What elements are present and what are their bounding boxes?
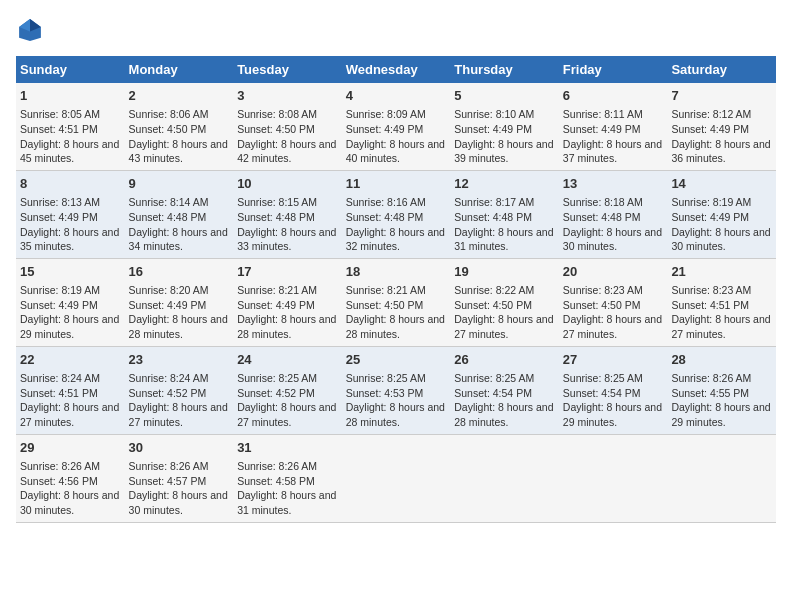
sunrise-text: Sunrise: 8:25 AM — [346, 372, 426, 384]
calendar-cell: 26Sunrise: 8:25 AMSunset: 4:54 PMDayligh… — [450, 346, 559, 434]
calendar-cell: 16Sunrise: 8:20 AMSunset: 4:49 PMDayligh… — [125, 258, 234, 346]
day-number: 22 — [20, 351, 121, 369]
sunset-text: Sunset: 4:54 PM — [454, 387, 532, 399]
day-number: 16 — [129, 263, 230, 281]
day-number: 30 — [129, 439, 230, 457]
calendar-cell — [667, 434, 776, 522]
calendar-body: 1Sunrise: 8:05 AMSunset: 4:51 PMDaylight… — [16, 83, 776, 522]
daylight-text: Daylight: 8 hours and 30 minutes. — [20, 489, 119, 516]
sunset-text: Sunset: 4:48 PM — [563, 211, 641, 223]
sunset-text: Sunset: 4:50 PM — [237, 123, 315, 135]
calendar-cell: 2Sunrise: 8:06 AMSunset: 4:50 PMDaylight… — [125, 83, 234, 170]
daylight-text: Daylight: 8 hours and 37 minutes. — [563, 138, 662, 165]
daylight-text: Daylight: 8 hours and 31 minutes. — [237, 489, 336, 516]
day-number: 28 — [671, 351, 772, 369]
sunrise-text: Sunrise: 8:19 AM — [671, 196, 751, 208]
day-number: 11 — [346, 175, 447, 193]
header-day: Tuesday — [233, 56, 342, 83]
calendar-cell: 18Sunrise: 8:21 AMSunset: 4:50 PMDayligh… — [342, 258, 451, 346]
calendar-cell: 21Sunrise: 8:23 AMSunset: 4:51 PMDayligh… — [667, 258, 776, 346]
sunrise-text: Sunrise: 8:22 AM — [454, 284, 534, 296]
calendar-cell: 3Sunrise: 8:08 AMSunset: 4:50 PMDaylight… — [233, 83, 342, 170]
header-day: Wednesday — [342, 56, 451, 83]
day-number: 5 — [454, 87, 555, 105]
sunset-text: Sunset: 4:48 PM — [129, 211, 207, 223]
calendar-cell — [450, 434, 559, 522]
sunrise-text: Sunrise: 8:24 AM — [20, 372, 100, 384]
sunrise-text: Sunrise: 8:26 AM — [20, 460, 100, 472]
calendar-cell: 24Sunrise: 8:25 AMSunset: 4:52 PMDayligh… — [233, 346, 342, 434]
daylight-text: Daylight: 8 hours and 28 minutes. — [346, 401, 445, 428]
daylight-text: Daylight: 8 hours and 27 minutes. — [129, 401, 228, 428]
sunset-text: Sunset: 4:49 PM — [346, 123, 424, 135]
sunset-text: Sunset: 4:49 PM — [563, 123, 641, 135]
day-number: 9 — [129, 175, 230, 193]
sunrise-text: Sunrise: 8:25 AM — [454, 372, 534, 384]
day-number: 20 — [563, 263, 664, 281]
calendar-cell: 1Sunrise: 8:05 AMSunset: 4:51 PMDaylight… — [16, 83, 125, 170]
calendar-cell: 23Sunrise: 8:24 AMSunset: 4:52 PMDayligh… — [125, 346, 234, 434]
sunrise-text: Sunrise: 8:26 AM — [129, 460, 209, 472]
calendar-week-row: 8Sunrise: 8:13 AMSunset: 4:49 PMDaylight… — [16, 170, 776, 258]
sunset-text: Sunset: 4:50 PM — [563, 299, 641, 311]
sunset-text: Sunset: 4:49 PM — [237, 299, 315, 311]
sunset-text: Sunset: 4:51 PM — [20, 123, 98, 135]
day-number: 17 — [237, 263, 338, 281]
day-number: 2 — [129, 87, 230, 105]
daylight-text: Daylight: 8 hours and 33 minutes. — [237, 226, 336, 253]
sunset-text: Sunset: 4:48 PM — [454, 211, 532, 223]
sunrise-text: Sunrise: 8:09 AM — [346, 108, 426, 120]
day-number: 4 — [346, 87, 447, 105]
sunset-text: Sunset: 4:48 PM — [346, 211, 424, 223]
header-day: Friday — [559, 56, 668, 83]
logo-icon — [16, 16, 44, 44]
calendar-cell: 8Sunrise: 8:13 AMSunset: 4:49 PMDaylight… — [16, 170, 125, 258]
calendar-cell: 13Sunrise: 8:18 AMSunset: 4:48 PMDayligh… — [559, 170, 668, 258]
day-number: 14 — [671, 175, 772, 193]
logo — [16, 16, 48, 44]
calendar-week-row: 29Sunrise: 8:26 AMSunset: 4:56 PMDayligh… — [16, 434, 776, 522]
sunset-text: Sunset: 4:57 PM — [129, 475, 207, 487]
calendar-cell: 22Sunrise: 8:24 AMSunset: 4:51 PMDayligh… — [16, 346, 125, 434]
calendar-cell: 20Sunrise: 8:23 AMSunset: 4:50 PMDayligh… — [559, 258, 668, 346]
calendar-cell: 12Sunrise: 8:17 AMSunset: 4:48 PMDayligh… — [450, 170, 559, 258]
sunset-text: Sunset: 4:49 PM — [20, 211, 98, 223]
sunset-text: Sunset: 4:50 PM — [129, 123, 207, 135]
daylight-text: Daylight: 8 hours and 28 minutes. — [129, 313, 228, 340]
sunrise-text: Sunrise: 8:08 AM — [237, 108, 317, 120]
day-number: 25 — [346, 351, 447, 369]
day-number: 12 — [454, 175, 555, 193]
daylight-text: Daylight: 8 hours and 27 minutes. — [563, 313, 662, 340]
day-number: 21 — [671, 263, 772, 281]
day-number: 3 — [237, 87, 338, 105]
calendar-cell: 14Sunrise: 8:19 AMSunset: 4:49 PMDayligh… — [667, 170, 776, 258]
sunrise-text: Sunrise: 8:06 AM — [129, 108, 209, 120]
calendar-cell: 28Sunrise: 8:26 AMSunset: 4:55 PMDayligh… — [667, 346, 776, 434]
day-number: 29 — [20, 439, 121, 457]
daylight-text: Daylight: 8 hours and 32 minutes. — [346, 226, 445, 253]
header-row: SundayMondayTuesdayWednesdayThursdayFrid… — [16, 56, 776, 83]
sunset-text: Sunset: 4:50 PM — [346, 299, 424, 311]
calendar-cell: 17Sunrise: 8:21 AMSunset: 4:49 PMDayligh… — [233, 258, 342, 346]
day-number: 6 — [563, 87, 664, 105]
daylight-text: Daylight: 8 hours and 28 minutes. — [454, 401, 553, 428]
sunset-text: Sunset: 4:54 PM — [563, 387, 641, 399]
header-day: Thursday — [450, 56, 559, 83]
daylight-text: Daylight: 8 hours and 27 minutes. — [20, 401, 119, 428]
sunset-text: Sunset: 4:55 PM — [671, 387, 749, 399]
sunset-text: Sunset: 4:49 PM — [129, 299, 207, 311]
daylight-text: Daylight: 8 hours and 36 minutes. — [671, 138, 770, 165]
sunrise-text: Sunrise: 8:26 AM — [671, 372, 751, 384]
calendar-cell: 25Sunrise: 8:25 AMSunset: 4:53 PMDayligh… — [342, 346, 451, 434]
calendar-cell — [559, 434, 668, 522]
calendar-cell: 7Sunrise: 8:12 AMSunset: 4:49 PMDaylight… — [667, 83, 776, 170]
sunrise-text: Sunrise: 8:25 AM — [237, 372, 317, 384]
day-number: 15 — [20, 263, 121, 281]
sunrise-text: Sunrise: 8:23 AM — [563, 284, 643, 296]
sunset-text: Sunset: 4:51 PM — [20, 387, 98, 399]
daylight-text: Daylight: 8 hours and 27 minutes. — [454, 313, 553, 340]
sunrise-text: Sunrise: 8:13 AM — [20, 196, 100, 208]
calendar-cell: 10Sunrise: 8:15 AMSunset: 4:48 PMDayligh… — [233, 170, 342, 258]
calendar-cell: 4Sunrise: 8:09 AMSunset: 4:49 PMDaylight… — [342, 83, 451, 170]
calendar-week-row: 22Sunrise: 8:24 AMSunset: 4:51 PMDayligh… — [16, 346, 776, 434]
